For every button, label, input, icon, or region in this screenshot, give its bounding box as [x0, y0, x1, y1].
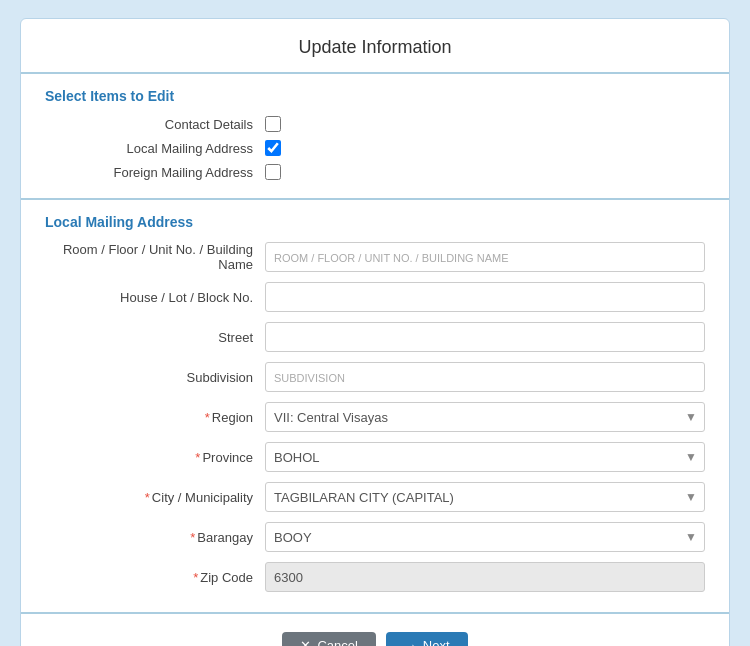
- buttons-section: ✕ Cancel → Next: [21, 614, 729, 646]
- city-row: *City / Municipality TAGBILARAN CITY (CA…: [45, 482, 705, 512]
- local-mailing-row: Local Mailing Address: [45, 140, 705, 156]
- street-input[interactable]: [265, 322, 705, 352]
- street-label: Street: [45, 330, 265, 345]
- region-select-wrapper: VII: Central Visayas ▼: [265, 402, 705, 432]
- foreign-mailing-label: Foreign Mailing Address: [45, 165, 265, 180]
- foreign-mailing-row: Foreign Mailing Address: [45, 164, 705, 180]
- select-items-section: Select Items to Edit Contact Details Loc…: [21, 74, 729, 200]
- city-select-wrapper: TAGBILARAN CITY (CAPITAL) ▼: [265, 482, 705, 512]
- region-row: *Region VII: Central Visayas ▼: [45, 402, 705, 432]
- barangay-select-wrapper: BOOY ▼: [265, 522, 705, 552]
- room-label: Room / Floor / Unit No. / Building Name: [45, 242, 265, 272]
- contact-details-row: Contact Details: [45, 116, 705, 132]
- region-required: *: [205, 410, 210, 425]
- province-select[interactable]: BOHOL: [265, 442, 705, 472]
- page-title: Update Information: [21, 37, 729, 58]
- main-card: Update Information Select Items to Edit …: [20, 18, 730, 646]
- zip-input[interactable]: [265, 562, 705, 592]
- room-input[interactable]: [265, 242, 705, 272]
- contact-details-checkbox[interactable]: [265, 116, 281, 132]
- region-label: *Region: [45, 410, 265, 425]
- city-label: *City / Municipality: [45, 490, 265, 505]
- province-row: *Province BOHOL ▼: [45, 442, 705, 472]
- cancel-button[interactable]: ✕ Cancel: [282, 632, 375, 646]
- zip-label: *Zip Code: [45, 570, 265, 585]
- contact-details-label: Contact Details: [45, 117, 265, 132]
- barangay-row: *Barangay BOOY ▼: [45, 522, 705, 552]
- local-mailing-title: Local Mailing Address: [45, 214, 705, 230]
- subdivision-input[interactable]: [265, 362, 705, 392]
- house-input[interactable]: [265, 282, 705, 312]
- select-items-title: Select Items to Edit: [45, 88, 705, 104]
- cancel-icon: ✕: [300, 638, 311, 646]
- next-button[interactable]: → Next: [386, 632, 468, 646]
- local-mailing-section: Local Mailing Address Room / Floor / Uni…: [21, 200, 729, 614]
- next-icon: →: [404, 638, 417, 646]
- barangay-select[interactable]: BOOY: [265, 522, 705, 552]
- local-mailing-checkbox[interactable]: [265, 140, 281, 156]
- province-label: *Province: [45, 450, 265, 465]
- foreign-mailing-checkbox[interactable]: [265, 164, 281, 180]
- card-header: Update Information: [21, 19, 729, 74]
- province-select-wrapper: BOHOL ▼: [265, 442, 705, 472]
- street-row: Street: [45, 322, 705, 352]
- room-row: Room / Floor / Unit No. / Building Name: [45, 242, 705, 272]
- barangay-label: *Barangay: [45, 530, 265, 545]
- zip-required: *: [193, 570, 198, 585]
- subdivision-row: Subdivision: [45, 362, 705, 392]
- city-select[interactable]: TAGBILARAN CITY (CAPITAL): [265, 482, 705, 512]
- city-required: *: [145, 490, 150, 505]
- local-mailing-label: Local Mailing Address: [45, 141, 265, 156]
- region-select[interactable]: VII: Central Visayas: [265, 402, 705, 432]
- house-row: House / Lot / Block No.: [45, 282, 705, 312]
- house-label: House / Lot / Block No.: [45, 290, 265, 305]
- subdivision-label: Subdivision: [45, 370, 265, 385]
- barangay-required: *: [190, 530, 195, 545]
- province-required: *: [195, 450, 200, 465]
- zip-row: *Zip Code: [45, 562, 705, 592]
